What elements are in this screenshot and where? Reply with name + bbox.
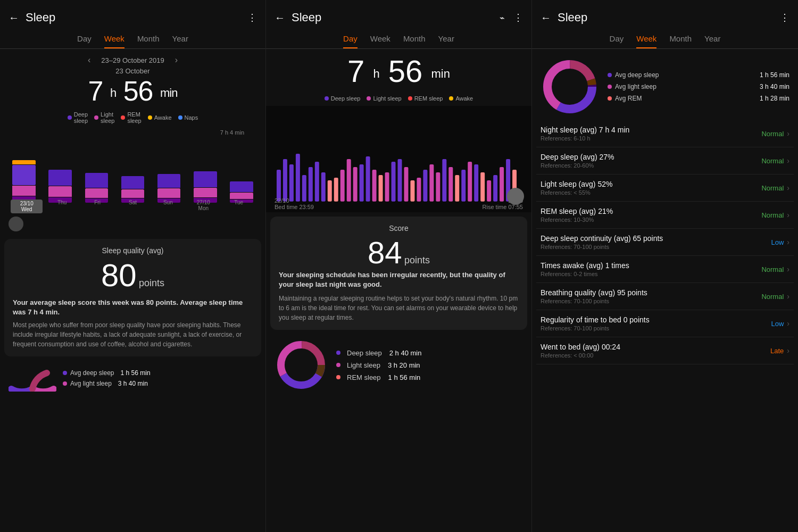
p2-deep-label: Deep sleep	[331, 95, 361, 102]
score-number: 80	[101, 257, 137, 293]
p3-dl-rem-inner: Avg REM	[608, 95, 642, 102]
date-label-5: Sun	[152, 200, 184, 213]
tab-month-p2[interactable]: Month	[403, 34, 426, 48]
metric-bedtime-ref: References: < 00:00	[541, 352, 770, 359]
p2-score-body: Maintaining a regular sleeping routine h…	[279, 294, 519, 322]
p3-dl-light-inner: Avg light sleep	[608, 83, 656, 90]
svg-rect-16	[379, 175, 383, 202]
bar-6[interactable]	[189, 128, 222, 203]
p3-donut	[541, 57, 599, 116]
metric-regularity[interactable]: Regularity of time to bed 0 points Refer…	[536, 310, 794, 337]
p2-dl-light-val: 3 h 20 min	[388, 361, 420, 369]
tab-day-p1[interactable]: Day	[77, 34, 92, 48]
p2-menu-icon[interactable]: ⋮	[513, 12, 523, 23]
metric-bedtime[interactable]: Went to bed (avg) 00:24 References: < 00…	[536, 337, 794, 364]
metric-night-ref: References: 6-10 h	[541, 135, 761, 142]
bar-7[interactable]	[225, 128, 258, 203]
tab-week-p1[interactable]: Week	[104, 34, 124, 48]
svg-rect-28	[455, 175, 459, 202]
drag-handle[interactable]	[507, 188, 524, 205]
svg-rect-26	[442, 159, 446, 202]
metric-breathing[interactable]: Breathing quality (avg) 95 points Refere…	[536, 283, 794, 310]
date-label-6: 27/10Mon	[187, 200, 219, 213]
metric-light-ref: References: < 55%	[541, 189, 761, 196]
metric-light-sleep[interactable]: Light sleep (avg) 52% References: < 55% …	[536, 174, 794, 202]
svg-rect-15	[372, 170, 377, 202]
light-dot	[94, 115, 98, 120]
legend-rem: REMsleep	[121, 111, 141, 124]
metric-night-title: Night sleep (avg) 7 h 4 min	[541, 126, 761, 134]
minutes-value: 56	[123, 76, 153, 106]
p2-back-button[interactable]: ←	[275, 12, 285, 24]
tab-day-p2[interactable]: Day	[343, 34, 358, 48]
bar-2[interactable]	[44, 128, 77, 203]
panel3-header: ← Sleep ⋮	[532, 0, 798, 30]
tab-year-p2[interactable]: Year	[438, 34, 454, 48]
p2-donut-area: Deep sleep 2 h 40 min Light sleep 3 h 20…	[266, 334, 531, 396]
panel2-header: ← Sleep ⌁ ⋮	[266, 0, 531, 30]
panel-week-metrics: ← Sleep ⋮ Day Week Month Year Avg deep s…	[532, 0, 798, 532]
metric-night-status: Normal	[761, 130, 784, 138]
panel3-tabs: Day Week Month Year	[532, 30, 798, 49]
p3-menu-icon[interactable]: ⋮	[780, 12, 789, 23]
sync-icon[interactable]: ⌁	[500, 13, 505, 23]
metric-reg-title: Regularity of time to bed 0 points	[541, 315, 771, 324]
p2-legend-deep: Deep sleep	[325, 95, 361, 102]
p2-score-label: Score	[279, 224, 519, 232]
metric-awake-status: Normal	[761, 265, 784, 273]
tab-year-p1[interactable]: Year	[172, 34, 188, 48]
tab-day-p3[interactable]: Day	[610, 34, 624, 48]
metric-night-right: Normal ›	[761, 129, 789, 138]
slider-thumb[interactable]	[9, 217, 23, 231]
p2-rem-dot	[408, 96, 412, 101]
p2-dl-light-label: Light sleep	[347, 361, 380, 369]
bar-3[interactable]	[80, 128, 113, 203]
p3-donut-legend: Avg deep sleep 1 h 56 min Avg light slee…	[608, 71, 789, 102]
tab-month-p1[interactable]: Month	[137, 34, 160, 48]
metric-breathing-right: Normal ›	[761, 292, 789, 301]
metric-deep-sleep[interactable]: Deep sleep (avg) 27% References: 20-60% …	[536, 147, 794, 174]
panel-day-detail: ← Sleep ⌁ ⋮ Day Week Month Year 7 h 56 m…	[266, 0, 532, 532]
dl-deep-dot	[63, 371, 67, 375]
p2-legend: Deep sleep Light sleep REM sleep Awake	[266, 91, 531, 106]
p3-donut-section: Avg deep sleep 1 h 56 min Avg light slee…	[532, 49, 798, 120]
p3-back-button[interactable]: ←	[541, 12, 551, 24]
metric-times-awake[interactable]: Times awake (avg) 1 times References: 0-…	[536, 256, 794, 283]
tab-month-p3[interactable]: Month	[669, 34, 692, 48]
p3-title: Sleep	[558, 11, 587, 24]
bar-1[interactable]	[7, 128, 40, 203]
p3-light-label: Avg light sleep	[615, 83, 656, 90]
metric-reg-status: Low	[771, 320, 784, 328]
metric-deep-cont[interactable]: Deep sleep continuity (avg) 65 points Re…	[536, 229, 794, 256]
metric-rem-left: REM sleep (avg) 21% References: 10-30%	[541, 207, 761, 223]
back-button[interactable]: ←	[9, 12, 19, 24]
p2-legend-light: Light sleep	[367, 95, 401, 102]
metric-night-sleep[interactable]: Night sleep (avg) 7 h 4 min References: …	[536, 120, 794, 147]
svg-rect-14	[366, 156, 370, 202]
bar-4[interactable]	[116, 128, 149, 203]
p3-deep-dot	[608, 73, 612, 77]
p2-donut-legend: Deep sleep 2 h 40 min Light sleep 3 h 20…	[336, 349, 421, 381]
score-main-text: Your average sleep score this week was 8…	[13, 298, 253, 317]
p3-light-dot	[608, 85, 612, 89]
donut-area-p1: Avg deep sleep 1 h 56 min Avg light slee…	[0, 361, 265, 396]
prev-arrow[interactable]: ‹	[88, 55, 90, 65]
donut-chart-p1	[9, 365, 56, 392]
tab-week-p3[interactable]: Week	[636, 34, 656, 48]
sleep-chart: 22/10Bed time 23:59 23/10Rise time 07:55	[266, 106, 531, 212]
p2-dl-deep-dot	[336, 351, 340, 355]
dl-light-label: Avg light sleep	[70, 380, 112, 387]
deep-dot	[68, 115, 72, 120]
tab-year-p3[interactable]: Year	[704, 34, 720, 48]
next-arrow[interactable]: ›	[175, 55, 178, 65]
bar-5[interactable]	[153, 128, 186, 203]
panel1-tabs: Day Week Month Year	[0, 30, 265, 49]
menu-icon[interactable]: ⋮	[247, 12, 257, 23]
metric-awake-left: Times awake (avg) 1 times References: 0-…	[541, 261, 761, 277]
metric-rem-title: REM sleep (avg) 21%	[541, 207, 761, 215]
tab-week-p2[interactable]: Week	[370, 34, 390, 48]
metric-rem-sleep[interactable]: REM sleep (avg) 21% References: 10-30% N…	[536, 202, 794, 229]
dl-deep-val: 1 h 56 min	[121, 369, 151, 377]
metrics-list: Night sleep (avg) 7 h 4 min References: …	[532, 120, 798, 364]
p2-minutes: 56	[388, 54, 423, 88]
